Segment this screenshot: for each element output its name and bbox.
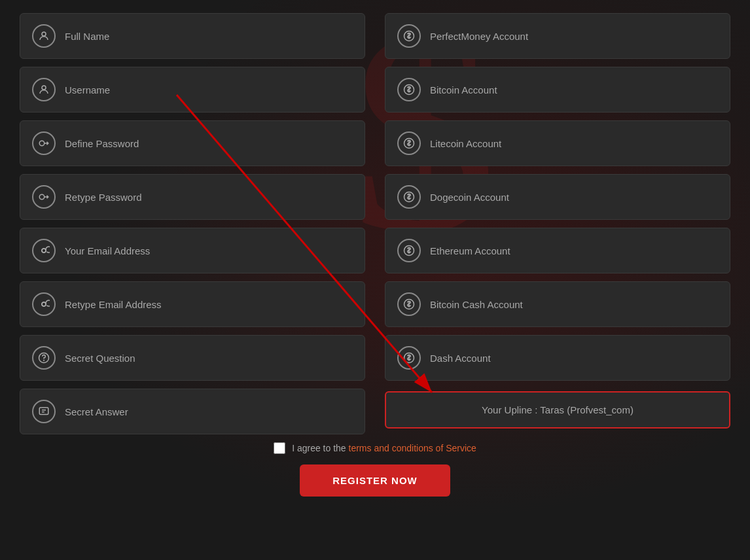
field-label-litecoin: Litecoin Account (430, 138, 501, 149)
field-ethereum[interactable]: Ethereum Account (385, 228, 730, 273)
dollar-circle-icon (397, 239, 421, 262)
dollar-circle-icon (397, 292, 421, 316)
person-icon (32, 24, 56, 48)
svg-point-7 (44, 360, 45, 360)
upline-box: Your Upline : Taras (Profvest_com) (385, 391, 730, 429)
field-label-secret-answer: Secret Answer (65, 406, 128, 417)
field-dash[interactable]: Dash Account (385, 335, 730, 381)
field-label-full-name: Full Name (65, 31, 109, 42)
field-dogecoin[interactable]: Dogecoin Account (385, 174, 730, 220)
field-username[interactable]: Username (20, 67, 365, 113)
field-label-define-password: Define Password (65, 138, 139, 149)
field-label-username: Username (65, 84, 110, 96)
person-icon (32, 78, 56, 101)
key-icon (32, 185, 56, 209)
field-email-address[interactable]: Your Email Address (20, 228, 365, 273)
svg-point-2 (39, 141, 45, 146)
dollar-circle-icon (397, 185, 421, 209)
field-bitcoin[interactable]: Bitcoin Account (385, 67, 730, 113)
dollar-circle-icon (397, 131, 421, 155)
right-column: PerfectMoney AccountBitcoin AccountLitec… (385, 13, 730, 434)
dollar-circle-icon (397, 346, 421, 370)
field-bitcoin-cash[interactable]: Bitcoin Cash Account (385, 281, 730, 327)
at-icon (32, 239, 56, 262)
dollar-circle-icon (397, 78, 421, 101)
field-label-secret-question: Secret Question (65, 353, 135, 364)
svg-rect-8 (39, 408, 48, 415)
field-full-name[interactable]: Full Name (20, 13, 365, 59)
key-icon (32, 131, 56, 155)
checkbox-text: I agree to the (292, 443, 348, 453)
bottom-section: I agree to the terms and conditions of S… (20, 442, 730, 497)
dollar-circle-icon (397, 24, 421, 48)
field-litecoin[interactable]: Litecoin Account (385, 120, 730, 166)
field-label-perfectmoney: PerfectMoney Account (430, 31, 528, 42)
field-label-dash: Dash Account (430, 353, 491, 364)
field-perfectmoney[interactable]: PerfectMoney Account (385, 13, 730, 59)
svg-point-3 (39, 194, 45, 200)
field-retype-email[interactable]: Retype Email Address (20, 281, 365, 327)
question-icon (32, 346, 56, 370)
terms-checkbox[interactable] (274, 442, 285, 454)
checkbox-label: I agree to the terms and conditions of S… (292, 443, 476, 453)
field-retype-password[interactable]: Retype Password (20, 174, 365, 220)
field-label-dogecoin: Dogecoin Account (430, 192, 509, 203)
field-secret-question[interactable]: Secret Question (20, 335, 365, 381)
terms-row: I agree to the terms and conditions of S… (20, 442, 730, 454)
svg-point-0 (42, 32, 46, 36)
field-label-retype-email: Retype Email Address (65, 299, 162, 310)
svg-point-1 (42, 86, 46, 90)
field-secret-answer[interactable]: Secret Answer (20, 389, 365, 434)
field-label-email-address: Your Email Address (65, 245, 150, 256)
field-label-bitcoin: Bitcoin Account (430, 84, 497, 96)
terms-link[interactable]: terms and conditions of Service (349, 443, 476, 453)
field-label-retype-password: Retype Password (65, 192, 142, 203)
at-icon (32, 292, 56, 316)
left-column: Full NameUsernameDefine PasswordRetype P… (20, 13, 365, 434)
chat-icon (32, 400, 56, 423)
register-button[interactable]: REGISTER NOW (300, 464, 450, 497)
field-label-bitcoin-cash: Bitcoin Cash Account (430, 299, 523, 310)
field-label-ethereum: Ethereum Account (430, 245, 510, 256)
field-define-password[interactable]: Define Password (20, 120, 365, 166)
